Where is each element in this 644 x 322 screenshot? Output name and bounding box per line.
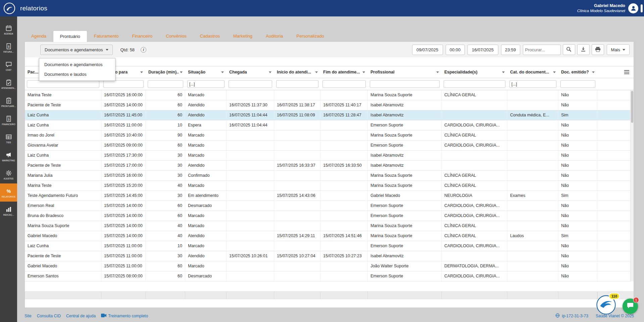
column-filter-input[interactable] <box>323 80 366 88</box>
sidebar-item-marketing[interactable]: MARKETING <box>0 147 17 165</box>
menu-item-documentos-e-laudos[interactable]: Documentos e laudos <box>39 69 115 79</box>
column-header[interactable]: Duração (min)... <box>146 66 185 78</box>
sidebar-item-tiss[interactable]: TISS <box>0 129 17 147</box>
table-cell: 60 <box>146 100 185 110</box>
column-sort-chevron-icon[interactable] <box>315 71 318 73</box>
more-button[interactable]: Mais <box>607 44 630 55</box>
tab-convenios[interactable]: Convênios <box>159 31 193 42</box>
column-filter-input[interactable] <box>370 80 440 88</box>
column-header[interactable]: Cat. do document... <box>507 66 558 78</box>
table-row[interactable]: Bruna do Bradesco15/07/2025 14:00:0060Ma… <box>25 211 634 221</box>
column-filter-input[interactable] <box>229 80 272 88</box>
search-button[interactable] <box>563 44 575 55</box>
table-row[interactable]: Emerson Real15/07/2025 14:00:0060Desmarc… <box>25 201 634 211</box>
column-filter-input[interactable] <box>27 80 99 88</box>
table-row[interactable]: Irmao do Jorel16/07/2025 10:40:0090Marca… <box>25 130 634 141</box>
column-sort-chevron-icon[interactable] <box>436 71 439 73</box>
date-to-input[interactable] <box>467 45 498 55</box>
column-filter-input[interactable] <box>444 80 505 88</box>
table-row[interactable]: Emerson Santos15/07/2025 08:00:0060Desma… <box>25 271 634 281</box>
tab-financeiro[interactable]: Financeiro <box>126 31 159 42</box>
column-sort-chevron-icon[interactable] <box>502 71 505 73</box>
sidebar-item-relatorios[interactable]: % RELATÓRIOS <box>0 183 17 202</box>
tab-auditoria[interactable]: Auditoria <box>259 31 290 42</box>
table-row[interactable]: Paciente de Teste15/07/2025 17:00:0030At… <box>25 161 634 171</box>
column-filter-input[interactable] <box>560 80 595 88</box>
download-button[interactable] <box>577 44 590 55</box>
tab-faturamento[interactable]: Faturamento <box>87 31 126 42</box>
column-header[interactable]: Especialidade(s) <box>442 66 507 78</box>
table-cell: Isabel Abramovitz <box>368 151 442 160</box>
table-cell: Não <box>558 151 597 160</box>
column-filter-input[interactable] <box>187 80 225 88</box>
table-row[interactable]: Gabriel Macedo15/07/2025 14:00:0040Atend… <box>25 231 634 241</box>
table-row[interactable]: Laiz Cunha16/07/2025 11:00:0010Espera16/… <box>25 120 634 130</box>
column-header[interactable]: Chegada <box>227 66 274 78</box>
table-row[interactable]: Laiz Cunha15/07/2025 11:00:0010MarcadoEm… <box>25 241 634 251</box>
search-input[interactable] <box>523 45 561 55</box>
time-to-input[interactable] <box>501 45 520 55</box>
footer-link-consulta-cid[interactable]: Consulta CID <box>37 314 61 318</box>
column-header[interactable]: Situação <box>185 66 227 78</box>
report-type-dropdown[interactable]: Documentos e agendamentos <box>40 45 113 55</box>
tab-agenda[interactable]: Agenda <box>24 31 53 42</box>
table-row[interactable]: Teste Agendamento Futuro15/07/2025 14:45… <box>25 191 634 201</box>
column-header[interactable]: Profissional <box>368 66 442 78</box>
support-logo-button[interactable]: 110 <box>596 295 616 315</box>
menu-item-documentos-e-agendamentos[interactable]: Documentos e agendamentos <box>39 60 115 69</box>
sidebar-item-atendimento[interactable]: ATENDIMEN... <box>0 75 17 93</box>
column-sort-chevron-icon[interactable] <box>221 71 224 73</box>
tab-marketing[interactable]: Marketing <box>227 31 259 42</box>
time-from-input[interactable] <box>446 45 465 55</box>
column-header[interactable]: Doc. emitido? <box>558 66 597 78</box>
sidebar-item-indicacoes[interactable]: INDICAÇ... <box>0 202 17 220</box>
table-row[interactable]: Paciente de Teste15/07/2025 11:00:0030At… <box>25 251 634 261</box>
column-sort-chevron-icon[interactable] <box>180 71 183 73</box>
footer-link-treinamento[interactable]: Treinamento completo <box>101 314 148 318</box>
sidebar-item-faturamento[interactable]: $ FATURA... <box>0 39 17 57</box>
column-filter-input[interactable] <box>276 80 318 88</box>
table-cell: 15/07/2025 14:00:00 <box>101 201 146 211</box>
column-chooser-icon[interactable] <box>623 68 631 76</box>
table-row[interactable]: Marina Teste16/07/2025 16:00:0060Marcado… <box>25 90 634 100</box>
table-row[interactable]: Laiz Cunha15/07/2025 17:30:0030MarcadoIs… <box>25 151 634 161</box>
column-filter-input[interactable] <box>509 80 556 88</box>
vertical-scrollbar[interactable] <box>630 90 634 281</box>
topbar-handle[interactable] <box>641 4 643 12</box>
table-row[interactable]: Laiz Cunha16/07/2025 11:45:0060Atendido1… <box>25 110 634 120</box>
sidebar-item-financeiro[interactable]: $ FINANCEIRO <box>0 111 17 129</box>
table-row[interactable]: Paciente de Teste16/07/2025 14:00:0060At… <box>25 100 634 110</box>
sidebar-item-prontuario[interactable]: PRONTUÁRI... <box>0 93 17 111</box>
table-cell: Conduta médica, E... <box>507 110 558 120</box>
footer-link-site[interactable]: Site <box>24 314 32 318</box>
table-row[interactable]: Giovanna Avelar16/07/2025 09:00:0060Marc… <box>25 141 634 151</box>
tab-personalizado[interactable]: Personalizado <box>290 31 331 42</box>
column-header[interactable]: Fim do atendime... <box>320 66 368 78</box>
table-cell: Marcado <box>185 261 227 271</box>
table-row[interactable]: Marina Souza Suporte15/07/2025 14:00:004… <box>25 221 634 231</box>
user-avatar[interactable] <box>628 3 638 13</box>
chat-widget-button[interactable]: 1 <box>623 299 638 314</box>
date-from-input[interactable] <box>412 45 443 55</box>
tab-prontuario[interactable]: Prontuário <box>53 31 87 42</box>
table-cell: 15/07/2025 10:26:01 <box>227 251 274 261</box>
info-icon[interactable]: i <box>141 47 146 53</box>
table-row[interactable]: Mariana Julia15/07/2025 16:00:0030Confir… <box>25 171 634 181</box>
sidebar-item-ajustes[interactable]: AJUSTES <box>0 165 17 183</box>
sidebar-item-chat[interactable]: CHAT <box>0 57 17 75</box>
column-header[interactable]: Início do atendi... <box>274 66 320 78</box>
print-button[interactable] <box>592 44 604 55</box>
table-row[interactable]: Marina Teste15/07/2025 15:20:0040Marcado… <box>25 181 634 191</box>
column-sort-chevron-icon[interactable] <box>592 71 595 73</box>
column-sort-chevron-icon[interactable] <box>140 71 143 73</box>
scrollbar-thumb[interactable] <box>631 91 633 123</box>
column-filter-input[interactable] <box>148 80 183 88</box>
tab-cadastros[interactable]: Cadastros <box>193 31 227 42</box>
sidebar-item-agenda[interactable]: AGENDA <box>0 20 17 39</box>
table-row[interactable]: Gabriel Macedo15/07/2025 11:00:0060Marca… <box>25 261 634 271</box>
column-sort-chevron-icon[interactable] <box>269 71 271 73</box>
column-sort-chevron-icon[interactable] <box>362 71 365 73</box>
footer-link-central-de-ajuda[interactable]: Central de ajuda <box>66 314 96 318</box>
column-filter-input[interactable] <box>103 80 144 88</box>
column-sort-chevron-icon[interactable] <box>553 71 556 73</box>
